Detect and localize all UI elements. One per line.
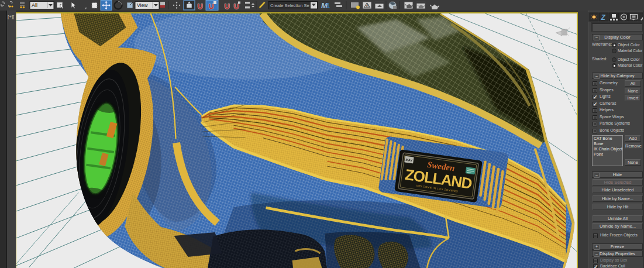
svg-text:Create Selection Se: Create Selection Se [270, 3, 309, 8]
svg-text:All: All [32, 2, 37, 8]
svg-text:Z: Z [601, 13, 606, 22]
svg-text:A: A [366, 4, 369, 8]
svg-text:View: View [137, 2, 148, 8]
svg-text:1: 1 [326, 1, 330, 10]
